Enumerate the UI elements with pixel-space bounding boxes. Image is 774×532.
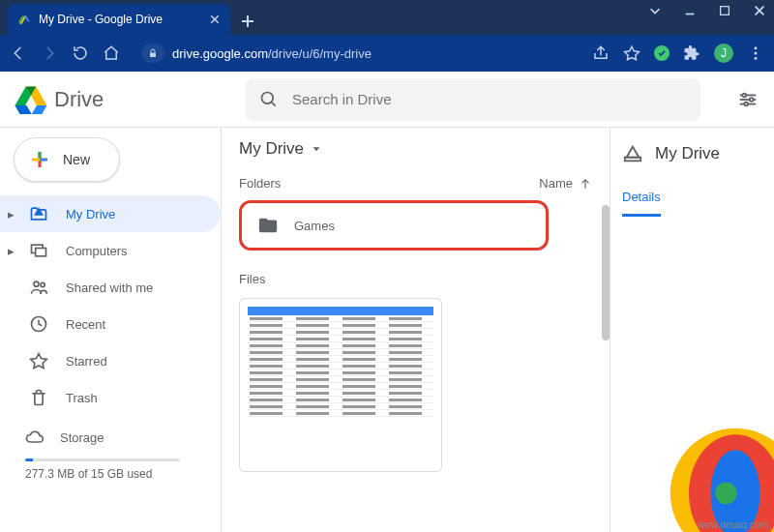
svg-point-37 [41,282,45,286]
browser-tab[interactable]: My Drive - Google Drive [8,4,230,35]
file-thumbnail[interactable] [239,298,442,472]
plus-icon [28,148,51,171]
new-tab-button[interactable] [240,14,255,29]
svg-point-27 [743,93,747,97]
back-icon[interactable] [10,44,27,62]
home-icon[interactable] [103,44,120,62]
svg-point-22 [262,92,274,103]
tab-close-icon[interactable] [209,14,221,25]
search-icon [259,90,279,109]
sidebar-item-computers[interactable]: ▸ Computers [0,232,221,269]
sidebar-item-label: Starred [66,354,107,369]
svg-rect-42 [625,158,641,162]
storage-label: Storage [60,430,104,445]
computers-icon [29,241,48,260]
close-icon[interactable] [753,4,766,17]
new-button-label: New [63,152,90,167]
shield-check-icon[interactable] [654,45,670,61]
svg-line-23 [272,102,276,105]
spreadsheet-preview [248,307,433,417]
storage-bar [25,458,180,461]
kebab-menu-icon[interactable] [747,44,764,62]
breadcrumb[interactable]: My Drive [239,139,592,159]
people-icon [29,278,48,297]
files-heading: Files [239,272,265,286]
svg-marker-19 [15,105,32,114]
svg-point-15 [755,57,758,60]
storage-used: 277.3 MB of 15 GB used [25,467,221,481]
decorative-blob-icon [658,416,774,532]
my-drive-outline-icon [622,143,643,164]
folder-name: Games [294,219,335,233]
settings-sliders-icon[interactable] [737,89,759,110]
caret-down-icon [310,142,323,156]
svg-point-46 [715,483,736,504]
svg-rect-35 [36,249,46,256]
sidebar: New ▸ My Drive ▸ Computers Shared with m… [0,128,221,532]
maximize-icon[interactable] [718,4,731,17]
svg-point-29 [744,102,748,105]
details-panel: My Drive Details [610,128,774,532]
sidebar-item-trash[interactable]: Trash [0,379,221,416]
new-button[interactable]: New [14,137,120,182]
sidebar-item-label: Computers [66,244,128,258]
caret-right-icon: ▸ [8,244,19,258]
svg-marker-1 [24,16,30,22]
sidebar-item-label: My Drive [66,207,115,222]
tab-title: My Drive - Google Drive [39,13,201,26]
search-input[interactable] [292,91,687,107]
main-content: My Drive Folders Name Games Files [222,128,610,532]
reload-icon[interactable] [72,44,89,62]
browser-chrome: My Drive - Google Drive drive.google.com… [0,0,774,72]
svg-point-36 [34,281,39,286]
svg-marker-40 [313,147,320,151]
svg-point-28 [750,98,754,102]
product-name: Drive [54,87,104,112]
clock-icon [29,314,48,334]
url-text: drive.google.com/drive/u/6/my-drive [172,46,372,61]
svg-rect-11 [150,53,156,58]
svg-rect-8 [721,7,729,15]
search-box[interactable] [246,78,700,121]
drive-logo[interactable]: Drive [14,82,246,117]
tab-strip: My Drive - Google Drive [0,0,774,35]
forward-icon[interactable] [41,44,58,62]
minimize-icon[interactable] [683,4,697,17]
window-controls [648,4,766,17]
profile-avatar[interactable]: J [714,44,733,63]
folder-item-games[interactable]: Games [239,200,549,251]
arrow-up-icon [579,177,592,191]
sidebar-item-label: Recent [66,317,105,332]
details-title: My Drive [655,144,720,163]
storage-section[interactable]: Storage 277.3 MB of 15 GB used [0,428,221,481]
drive-logo-icon [14,82,48,117]
tab-details[interactable]: Details [622,190,661,217]
extensions-icon[interactable] [683,44,700,62]
address-bar-row: drive.google.com/drive/u/6/my-drive J [0,35,774,72]
sidebar-item-my-drive[interactable]: ▸ My Drive [0,195,221,232]
scrollbar-thumb[interactable] [602,205,610,340]
bookmark-star-icon[interactable] [623,44,640,62]
sidebar-item-label: Shared with me [66,281,153,295]
svg-marker-17 [32,105,47,114]
sidebar-item-label: Trash [66,391,98,405]
sort-button[interactable]: Name [539,176,592,191]
address-bar[interactable]: drive.google.com/drive/u/6/my-drive [134,39,579,68]
cloud-icon [25,428,45,447]
svg-marker-39 [31,354,47,369]
caret-right-icon: ▸ [8,207,19,222]
sidebar-item-starred[interactable]: Starred [0,342,221,379]
sidebar-item-shared[interactable]: Shared with me [0,269,221,306]
svg-point-13 [755,46,758,49]
drive-favicon-icon [17,13,31,26]
lock-icon[interactable] [141,44,164,63]
watermark: www.deuaq.com [698,519,768,530]
svg-marker-12 [625,46,640,60]
drive-header: Drive [0,72,774,128]
sidebar-item-recent[interactable]: Recent [0,306,221,342]
share-icon[interactable] [592,44,610,62]
folders-heading: Folders [239,176,281,191]
trash-icon [29,388,48,407]
chevron-down-icon[interactable] [648,4,662,17]
svg-point-14 [755,52,758,55]
